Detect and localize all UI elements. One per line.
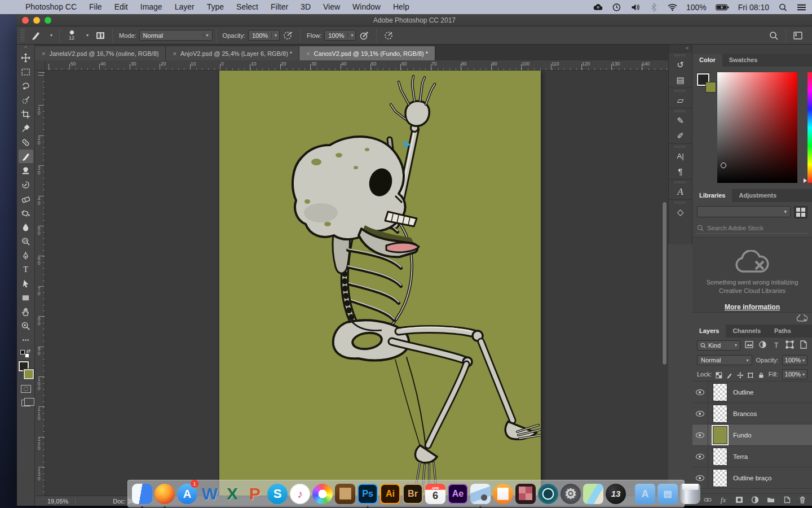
dock-photos[interactable] bbox=[312, 481, 333, 506]
history-panel-icon[interactable]: ↺ bbox=[669, 57, 692, 72]
new-layer-button[interactable] bbox=[782, 496, 791, 503]
lock-position-icon[interactable] bbox=[737, 371, 744, 378]
dock-itunes[interactable]: ♪ bbox=[289, 481, 311, 506]
options-bar-grip[interactable] bbox=[20, 29, 25, 42]
tab-canosv2[interactable]: × CanosV2.psd @ 19,1% (Fundo, RGB/8) * bbox=[299, 46, 435, 60]
filter-type-layers-icon[interactable]: T bbox=[772, 341, 781, 349]
eraser-tool[interactable] bbox=[19, 192, 33, 205]
dock-preview[interactable] bbox=[470, 481, 491, 506]
filter-shape-layers-icon[interactable] bbox=[785, 340, 794, 351]
tab-close-icon[interactable]: × bbox=[42, 50, 45, 57]
bluetooth-icon[interactable] bbox=[649, 3, 659, 12]
lock-pixels-icon[interactable] bbox=[726, 371, 733, 378]
menu-item[interactable]: Window bbox=[346, 0, 387, 14]
collapse-panels-button[interactable]: « bbox=[669, 45, 692, 52]
dock-ibooks[interactable] bbox=[492, 481, 514, 506]
new-adjustment-layer-button[interactable] bbox=[751, 496, 759, 503]
filter-pixel-layers-icon[interactable] bbox=[745, 340, 754, 351]
color-picker-cursor[interactable] bbox=[721, 163, 726, 168]
add-layer-mask-button[interactable] bbox=[735, 496, 743, 503]
background-color-swatch[interactable] bbox=[24, 369, 34, 379]
adobe-stock-search-input[interactable]: Search Adobe Stock bbox=[697, 222, 807, 234]
dock-powerpoint[interactable]: P bbox=[244, 481, 266, 506]
notification-center-icon[interactable] bbox=[797, 3, 806, 12]
brush-picker-arrow[interactable]: ▾ bbox=[80, 30, 92, 41]
tab-color[interactable]: Color bbox=[692, 54, 722, 67]
brush-tool-preset-icon[interactable] bbox=[29, 29, 42, 42]
hue-strip[interactable] bbox=[807, 72, 812, 183]
filter-smart-objects-icon[interactable] bbox=[798, 340, 807, 351]
opacity-select[interactable]: 100%▾ bbox=[248, 30, 280, 41]
dock-skype[interactable]: S bbox=[267, 481, 288, 506]
layer-thumbnail[interactable] bbox=[713, 469, 727, 487]
tab-close-icon[interactable]: × bbox=[173, 50, 176, 57]
layer-thumbnail[interactable] bbox=[713, 448, 727, 466]
crop-tool[interactable] bbox=[19, 107, 33, 121]
tab-channels[interactable]: Channels bbox=[726, 325, 767, 338]
flow-select[interactable]: 100%▾ bbox=[324, 30, 356, 41]
brush-preset-picker[interactable]: 12 bbox=[64, 30, 79, 41]
paint-bucket-tool[interactable] bbox=[19, 206, 33, 220]
character-panel-icon[interactable]: A| bbox=[669, 148, 692, 164]
menu-item[interactable]: Select bbox=[230, 0, 264, 14]
dock-photobooth[interactable] bbox=[515, 481, 536, 506]
swap-colors-icon[interactable]: ⇄ bbox=[26, 348, 30, 354]
hand-tool[interactable] bbox=[19, 305, 33, 318]
dock-trash[interactable] bbox=[679, 481, 701, 506]
dock-illustrator[interactable]: Ai bbox=[379, 481, 401, 506]
menu-item[interactable]: Layer bbox=[169, 0, 201, 14]
clone-stamp-tool[interactable] bbox=[19, 164, 33, 177]
glyphs-panel-icon[interactable]: A bbox=[669, 184, 692, 199]
tab-close-icon[interactable]: × bbox=[306, 50, 310, 57]
cloud-sync-icon[interactable] bbox=[593, 3, 603, 12]
menu-item[interactable]: Filter bbox=[264, 0, 294, 14]
tab-janelav2[interactable]: × JanelaV2.psd @ 16,7% (ouline, RGB/8) bbox=[35, 46, 166, 60]
layer-outline-braco[interactable]: Outline braço bbox=[692, 467, 812, 489]
library-select[interactable]: ▾ bbox=[697, 206, 791, 217]
layer-thumbnail[interactable] bbox=[713, 383, 727, 401]
filter-adjustment-layers-icon[interactable] bbox=[758, 340, 767, 351]
more-tools-ellipsis[interactable] bbox=[19, 333, 33, 347]
tab-anjov2[interactable]: × AnjoV2.psd @ 25,4% (Layer 6, RGB/8) * bbox=[166, 46, 299, 60]
dock-photoshop[interactable]: Ps bbox=[357, 481, 378, 506]
brush-settings-panel-icon[interactable]: ✐ bbox=[669, 128, 692, 143]
layer-visibility-toggle[interactable] bbox=[692, 403, 708, 424]
background-color-swatch[interactable] bbox=[705, 82, 716, 93]
menu-item[interactable]: 3D bbox=[294, 0, 317, 14]
close-window-button[interactable] bbox=[22, 17, 29, 24]
layer-name[interactable]: Outline braço bbox=[733, 475, 771, 481]
menu-item[interactable]: File bbox=[83, 0, 108, 14]
lasso-tool[interactable] bbox=[19, 79, 33, 93]
menu-item[interactable]: Photoshop CC bbox=[19, 0, 83, 14]
layer-outline[interactable]: Outline bbox=[692, 382, 812, 403]
cloud-sync-error-icon[interactable] bbox=[796, 314, 807, 323]
dock-appstore[interactable]: A 1 bbox=[176, 481, 198, 506]
layer-brancos[interactable]: Brancos bbox=[692, 403, 812, 424]
healing-brush-tool[interactable] bbox=[19, 135, 33, 149]
tab-adjustments[interactable]: Adjustments bbox=[732, 189, 783, 202]
dock-timemachine[interactable] bbox=[537, 481, 559, 506]
blur-tool[interactable] bbox=[19, 220, 33, 234]
tab-paths[interactable]: Paths bbox=[767, 325, 798, 338]
pen-tool[interactable] bbox=[19, 248, 33, 262]
tool-preset-arrow[interactable]: ▾ bbox=[44, 30, 56, 41]
blend-mode-select[interactable]: Normal▾ bbox=[139, 30, 213, 41]
layer-visibility-toggle[interactable] bbox=[692, 446, 708, 467]
canvas[interactable] bbox=[219, 71, 541, 496]
tab-swatches[interactable]: Swatches bbox=[722, 54, 765, 67]
menu-item[interactable]: View bbox=[317, 0, 346, 14]
menubar-clock[interactable]: Fri 08:10 bbox=[738, 3, 769, 12]
screen-mode-button[interactable] bbox=[21, 400, 30, 406]
airbrush-icon[interactable] bbox=[358, 29, 370, 42]
lock-artboard-icon[interactable] bbox=[747, 371, 754, 378]
layer-filter-kind-select[interactable]: Kind ▾ bbox=[697, 340, 740, 351]
history-brush-tool[interactable] bbox=[19, 178, 33, 191]
layer-visibility-toggle[interactable] bbox=[692, 424, 708, 445]
move-tool[interactable] bbox=[19, 51, 33, 64]
layer-terra[interactable]: Terra bbox=[692, 446, 812, 467]
brush-tool[interactable] bbox=[19, 150, 33, 163]
lock-transparency-icon[interactable] bbox=[716, 371, 722, 378]
link-layers-icon[interactable] bbox=[703, 496, 712, 503]
paragraph-panel-icon[interactable]: ¶ bbox=[669, 164, 692, 179]
dock-firefox[interactable] bbox=[154, 481, 175, 506]
